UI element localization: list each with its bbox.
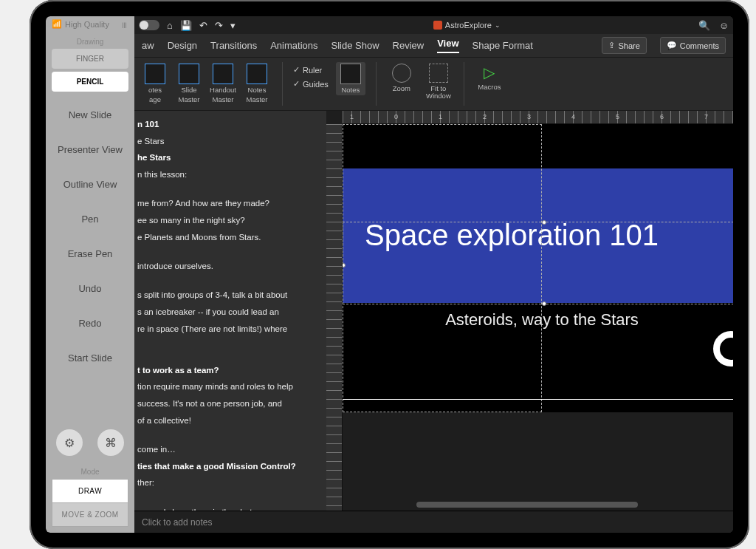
qat-more-icon[interactable]: ▾ xyxy=(230,20,236,31)
ipad-frame: 📶 High Quality ⫼ Drawing FINGER PENCIL N… xyxy=(30,0,749,549)
overlay-item-outline-view[interactable]: Outline View xyxy=(46,167,134,202)
share-button[interactable]: ⇪Share xyxy=(602,37,646,54)
slide[interactable]: Space exploration 101 Asteroids, way to … xyxy=(343,124,733,412)
account-icon[interactable]: ☺ xyxy=(719,20,729,31)
tab-slide-show[interactable]: Slide Show xyxy=(331,40,379,51)
notes-pane[interactable]: Click to add notes xyxy=(134,511,733,533)
overlay-action-list: New Slide Presenter View Outline View Pe… xyxy=(46,98,134,423)
overlay-item-new-slide[interactable]: New Slide xyxy=(46,98,134,132)
section-label-drawing: Drawing xyxy=(46,32,134,49)
ipad-screen: 📶 High Quality ⫼ Drawing FINGER PENCIL N… xyxy=(46,16,733,533)
vertical-ruler xyxy=(326,124,343,511)
gear-icon: ⚙ xyxy=(64,436,75,450)
redo-icon[interactable]: ↷ xyxy=(215,20,223,31)
selection-box[interactable] xyxy=(343,222,733,304)
quality-indicator: 📶 High Quality xyxy=(52,19,109,29)
search-icon[interactable]: 🔍 xyxy=(698,20,710,31)
notes-master-button[interactable]: NotesMaster xyxy=(242,62,272,106)
fit-icon xyxy=(429,64,448,83)
tab-transitions[interactable]: Transitions xyxy=(210,40,257,51)
titlebar: ⌂ 💾 ↶ ↷ ▾ AstroExplore ⌄ 🔍 ☺ xyxy=(134,16,733,34)
settings-button[interactable]: ⚙ xyxy=(56,429,83,456)
tab-design[interactable]: Design xyxy=(168,40,197,51)
document-title[interactable]: AstroExplore xyxy=(445,21,492,30)
zoom-icon xyxy=(392,64,411,83)
tab-shape-format[interactable]: Shape Format xyxy=(472,40,533,51)
notes-page-button[interactable]: otesage xyxy=(140,62,170,106)
circle-shape[interactable] xyxy=(713,331,733,366)
home-icon[interactable]: ⌂ xyxy=(167,20,173,31)
macros-icon: ▷ xyxy=(484,64,495,81)
pencil-mode-button[interactable]: PENCIL xyxy=(52,72,128,92)
tab-view[interactable]: View xyxy=(437,38,458,53)
finger-mode-button[interactable]: FINGER xyxy=(52,49,128,69)
comments-button[interactable]: 💬Comments xyxy=(660,37,726,54)
guides-checkbox[interactable]: ✓ Guides xyxy=(293,79,329,89)
zoom-button[interactable]: Zoom xyxy=(387,62,416,94)
fit-to-window-button[interactable]: Fit to Window xyxy=(424,62,453,102)
menu-icon[interactable]: ⫼ xyxy=(120,20,128,29)
overlay-item-pen[interactable]: Pen xyxy=(46,202,134,236)
macros-button[interactable]: ▷Macros xyxy=(475,62,504,92)
shortcuts-button[interactable]: ⌘ xyxy=(97,429,124,456)
horizontal-scrollbar[interactable] xyxy=(416,502,638,508)
save-icon[interactable]: 💾 xyxy=(180,20,192,31)
outline-pane[interactable]: n 101 e Stars he Stars n this lesson: me… xyxy=(134,111,326,511)
remote-overlay-panel: 📶 High Quality ⫼ Drawing FINGER PENCIL N… xyxy=(46,16,134,533)
overlay-item-undo[interactable]: Undo xyxy=(46,271,134,306)
notes-placeholder: Click to add notes xyxy=(142,517,212,528)
overlay-item-erase-pen[interactable]: Erase Pen xyxy=(46,236,134,271)
section-label-mode: Mode xyxy=(46,462,134,479)
handout-master-button[interactable]: HandoutMaster xyxy=(208,62,238,106)
powerpoint-window: ⌂ 💾 ↶ ↷ ▾ AstroExplore ⌄ 🔍 ☺ aw xyxy=(134,16,733,533)
tab-review[interactable]: Review xyxy=(393,40,425,51)
undo-icon[interactable]: ↶ xyxy=(199,20,207,31)
overlay-item-redo[interactable]: Redo xyxy=(46,306,134,341)
command-icon: ⌘ xyxy=(105,436,117,450)
slide-master-button[interactable]: SlideMaster xyxy=(174,62,204,106)
ribbon-view: otesage SlideMaster HandoutMaster NotesM… xyxy=(134,58,733,111)
horizontal-ruler: 1 0 1 2 3 4 5 6 7 xyxy=(343,111,733,124)
powerpoint-file-icon xyxy=(433,21,442,30)
tab-animations[interactable]: Animations xyxy=(270,40,317,51)
autosave-toggle[interactable] xyxy=(139,20,159,30)
notes-icon xyxy=(340,64,361,84)
share-icon: ⇪ xyxy=(608,41,615,50)
overlay-item-presenter-view[interactable]: Presenter View xyxy=(46,132,134,167)
wifi-icon: 📶 xyxy=(52,19,62,29)
horizontal-guide[interactable] xyxy=(343,399,733,400)
slide-canvas-area: 1 0 1 2 3 4 5 6 7 Space exp xyxy=(326,111,733,511)
notes-toggle-button[interactable]: Notes xyxy=(336,62,365,95)
ruler-checkbox[interactable]: ✓ Ruler xyxy=(293,65,329,75)
tab-draw[interactable]: aw xyxy=(142,40,154,51)
comment-icon: 💬 xyxy=(667,41,677,50)
mode-move-zoom-button[interactable]: MOVE & ZOOM xyxy=(52,503,128,527)
ribbon-tabs: aw Design Transitions Animations Slide S… xyxy=(134,34,733,58)
mode-draw-button[interactable]: DRAW xyxy=(52,479,128,503)
overlay-item-start-slide[interactable]: Start Slide xyxy=(46,341,134,375)
input-mode-segment: FINGER PENCIL xyxy=(46,49,134,98)
chevron-down-icon[interactable]: ⌄ xyxy=(495,21,501,29)
